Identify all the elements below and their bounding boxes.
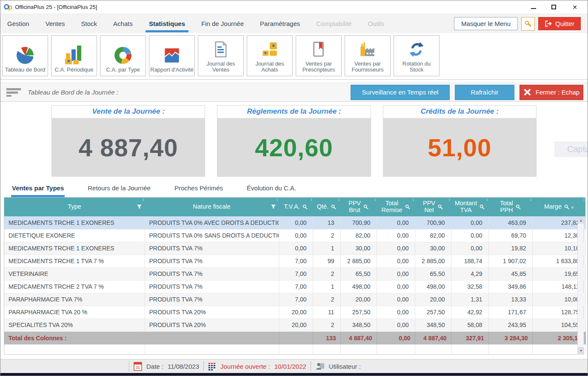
cell-tva: 7,00 <box>279 293 313 306</box>
search-icon[interactable] <box>363 204 368 210</box>
ventes-par-prescripteurs-button[interactable]: Ventes par Prescripteurs <box>296 35 342 76</box>
menu-item-ventes[interactable]: Ventes <box>46 15 65 32</box>
journal-des-ventes-button[interactable]: Journal des Ventes <box>198 35 244 76</box>
ca-periodique-button[interactable]: C.A. Périodique <box>51 35 97 76</box>
tableau-de-bord-button[interactable]: Tableau de Bord <box>2 35 48 76</box>
surveillance-temps-reel-button[interactable]: Surveillance en Temps réel <box>351 85 450 100</box>
table-row[interactable]: MEDICAMENTS TRCHE 2 TVA 7 % PRODUITS TVA… <box>4 280 585 293</box>
cell-nature-fiscale: PRODUITS TVA 7% <box>145 280 279 293</box>
key-button[interactable] <box>521 17 535 31</box>
sort-icon: ↕ <box>142 198 144 202</box>
search-icon[interactable] <box>405 204 410 210</box>
rafraichir-button[interactable]: Rafraîchir <box>455 85 514 100</box>
cell-nature-fiscale: PRODUITS TVA 20% <box>145 306 279 319</box>
column-header-tva[interactable]: ↕ T.V.A. <box>279 198 313 216</box>
menu-item-fin-de-journee[interactable]: Fin de Journée <box>201 15 244 32</box>
search-icon[interactable] <box>480 204 485 210</box>
cell-nature-fiscale: PRODUITS TVA 0% AVEC DROITS A DEDUCTION <box>145 216 279 229</box>
table-row[interactable]: DIETETIQUE EXONERE PRODUITS TVA 0% SANS … <box>4 229 585 242</box>
masquer-le-menu-button[interactable]: Masquer le Menu <box>454 17 518 30</box>
cell-total-remise: 0,00 <box>377 306 415 319</box>
column-label: PPV Brut <box>348 200 361 214</box>
column-header-montant-tva[interactable]: ↕ Montant TVA <box>451 198 488 216</box>
filter-icon[interactable] <box>137 205 142 210</box>
cell-qte: 99 <box>313 255 340 267</box>
cell-montant-tva: 4,29 <box>451 267 488 280</box>
cell-type: PARAPHARMACIE TVA 7% <box>4 293 145 306</box>
column-header-type[interactable]: ↕ Type <box>4 198 145 216</box>
cell-ppv-net: 2 885,00 <box>415 255 451 267</box>
column-header-ppv-net[interactable]: ↕ PPV Net <box>415 198 451 216</box>
rapport-activite-button[interactable]: Rapport d'Activité <box>149 35 195 76</box>
column-header-nature-fiscale[interactable]: ↕ Nature fiscale <box>145 198 279 216</box>
tab-ventes-par-types[interactable]: Ventes par Types <box>11 183 65 197</box>
cell-total-remise: 0,00 <box>377 319 415 331</box>
menu-item-statistiques[interactable]: Statistiques <box>149 15 185 32</box>
journee-ouverte-value: 10/01/2022 <box>274 363 306 370</box>
column-header-total-pph[interactable]: ↕ Total PPH <box>488 198 532 216</box>
ventes-par-fournisseurs-button[interactable]: Ventes par Fournisseurs <box>345 35 391 76</box>
column-label: Type <box>68 204 81 210</box>
cell-ppv-brut: 2 885,00 <box>340 255 377 267</box>
search-icon[interactable] <box>564 204 569 210</box>
cell-ppv-brut: 30,00 <box>340 242 377 255</box>
cell-nature-fiscale: PRODUITS TVA 20% <box>145 319 279 331</box>
cell-ppv-net: 82,00 <box>415 229 451 242</box>
sub-header: Tableau de Bord de la Journée : Surveill… <box>0 83 588 102</box>
total-montant-tva: 327,91 <box>451 331 488 344</box>
close-button[interactable]: ✕ <box>571 4 578 11</box>
column-header-total-remise[interactable]: ↕ Total Remise <box>377 198 415 216</box>
cell-tva: 0,00 <box>279 242 313 255</box>
scroll-up-button[interactable]: ▲ <box>578 217 584 224</box>
menu-item-achats[interactable]: Achats <box>113 15 133 32</box>
minimize-button[interactable] <box>531 6 536 9</box>
ca-par-type-button[interactable]: C.A. par Type <box>100 35 146 76</box>
menu-item-parametrages[interactable]: Paramétrages <box>260 15 300 32</box>
maximize-button[interactable] <box>551 5 556 9</box>
column-header-marge[interactable]: ↕ Marge » <box>532 198 585 216</box>
column-header-qte[interactable]: ↕ Qté. <box>313 198 340 216</box>
separator <box>311 361 311 371</box>
menu-item-stock[interactable]: Stock <box>81 15 97 32</box>
cell-total-remise: 0,00 <box>377 216 415 229</box>
menu-item-outils: Outils <box>368 15 384 32</box>
cell-nature-fiscale: PRODUITS TVA 7% <box>145 242 279 255</box>
tab-evolution-ca[interactable]: Évolution du C.A. <box>246 183 297 197</box>
cell-nature-fiscale: PRODUITS TVA 7% <box>145 255 279 267</box>
cell-total-pph: 463,09 <box>488 216 532 229</box>
cell-total-remise: 0,00 <box>377 242 415 255</box>
table-row[interactable]: PARAPHARMACIE TVA 7% PRODUITS TVA 7% 7,0… <box>4 293 585 306</box>
key-icon <box>524 20 532 28</box>
table-row[interactable]: PARAPHARMACIE TVA 20 % PRODUITS TVA 20% … <box>4 306 585 319</box>
table-row[interactable]: SPECIALITES TVA 20% PRODUITS TVA 20% 20,… <box>4 319 585 331</box>
scroll-down-button[interactable]: ▼ <box>578 347 584 354</box>
quitter-button[interactable]: Quitter <box>538 17 581 30</box>
table-row[interactable]: VETERINAIRE PRODUITS TVA 7% 7,00 2 65,50… <box>4 267 585 280</box>
search-icon[interactable] <box>331 204 336 210</box>
cell-montant-tva: 0,00 <box>451 229 488 242</box>
search-icon[interactable] <box>438 204 443 210</box>
column-header-ppv-brut[interactable]: ↕ PPV Brut <box>340 198 377 216</box>
document-icon <box>212 40 230 58</box>
journal-des-achats-button[interactable]: Journal des Achats <box>247 35 293 76</box>
vertical-scrollbar[interactable]: ▲ ▼ <box>577 217 584 354</box>
search-icon[interactable] <box>516 204 521 210</box>
sort-icon: ↕ <box>530 198 532 202</box>
search-icon[interactable] <box>303 204 308 210</box>
total-remise: 0,00 <box>377 331 415 344</box>
filter-icon[interactable] <box>271 205 276 210</box>
table-row[interactable]: MEDICAMENTS TRCHE 1 EXONERES PRODUITS TV… <box>4 216 585 229</box>
table-row[interactable]: MEDICAMENTS TRCHE 1 TVA 7 % PRODUITS TVA… <box>4 255 585 267</box>
fermer-echap-button[interactable]: Fermer : Echap <box>519 85 583 100</box>
hamburger-icon[interactable] <box>6 88 21 97</box>
total-ppv-brut: 4 887,40 <box>340 331 377 344</box>
rotation-du-stock-button[interactable]: Rotation du Stock <box>394 35 440 76</box>
cell-ppv-brut: 20,00 <box>340 293 377 306</box>
cell-tva: 0,00 <box>279 216 313 229</box>
tab-proches-perimes[interactable]: Proches Périmés <box>174 183 224 197</box>
menu-item-gestion[interactable]: Gestion <box>7 15 29 32</box>
cell-total-pph: 243,95 <box>488 319 532 331</box>
table-row[interactable]: MEDICAMENTS TRCHE 1 EXONERES PRODUITS TV… <box>4 242 585 255</box>
summary-cards: Vente de la Journée : 4 887,40 Règlement… <box>51 105 537 177</box>
tab-retours-journee[interactable]: Retours de la Journée <box>87 183 151 197</box>
